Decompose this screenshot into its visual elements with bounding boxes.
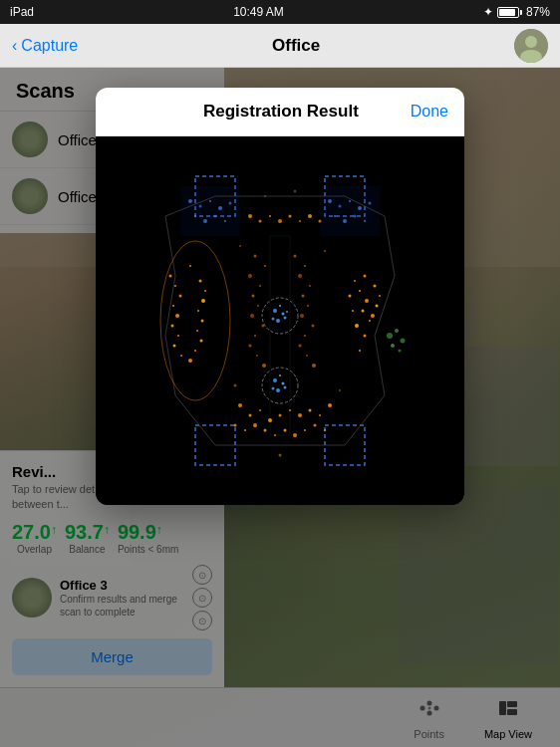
svg-point-107 [319, 414, 321, 416]
svg-point-28 [204, 290, 206, 292]
svg-point-21 [175, 314, 179, 318]
svg-point-61 [273, 309, 277, 313]
svg-point-136 [343, 219, 347, 223]
modal-title: Registration Result [151, 102, 411, 122]
svg-point-26 [189, 265, 191, 267]
nav-bar: ‹ Capture Office [0, 24, 560, 68]
svg-point-100 [249, 414, 252, 417]
svg-point-118 [324, 429, 326, 431]
device-label: iPad [10, 5, 34, 19]
svg-point-150 [294, 190, 297, 193]
svg-point-62 [282, 313, 285, 316]
svg-point-138 [364, 220, 366, 222]
svg-point-20 [172, 305, 174, 307]
svg-point-134 [369, 202, 372, 205]
svg-point-30 [197, 310, 199, 312]
svg-point-128 [224, 220, 226, 222]
svg-point-63 [276, 319, 280, 323]
svg-point-79 [252, 295, 255, 298]
svg-point-103 [279, 414, 282, 417]
svg-point-69 [282, 382, 285, 385]
svg-point-144 [239, 245, 241, 247]
svg-point-139 [387, 333, 393, 339]
svg-point-95 [304, 335, 306, 337]
svg-point-91 [302, 295, 305, 298]
svg-point-44 [371, 314, 375, 318]
battery-indicator [497, 7, 522, 18]
svg-point-53 [269, 215, 271, 217]
svg-point-66 [272, 318, 275, 321]
svg-point-131 [339, 205, 342, 208]
svg-point-102 [268, 418, 272, 422]
svg-point-46 [349, 295, 352, 298]
svg-point-97 [306, 355, 308, 357]
registration-result-modal: Registration Result Done [96, 88, 464, 505]
svg-point-80 [257, 305, 259, 307]
svg-point-52 [259, 220, 262, 223]
svg-point-133 [358, 206, 362, 210]
svg-point-142 [391, 344, 395, 348]
svg-point-115 [293, 433, 297, 437]
avatar[interactable] [514, 29, 548, 63]
back-button[interactable]: ‹ Capture [12, 37, 78, 55]
svg-point-57 [308, 214, 312, 218]
svg-point-124 [229, 202, 232, 205]
svg-point-35 [188, 359, 192, 363]
svg-point-81 [250, 314, 254, 318]
modal-header: Registration Result Done [96, 88, 464, 136]
svg-point-22 [171, 325, 174, 328]
svg-point-146 [234, 384, 237, 387]
svg-point-137 [354, 215, 357, 218]
svg-point-25 [180, 355, 182, 357]
svg-point-50 [359, 350, 361, 352]
svg-point-96 [299, 345, 302, 348]
svg-point-99 [238, 403, 242, 407]
svg-point-33 [200, 340, 203, 343]
svg-point-43 [376, 305, 379, 308]
svg-point-92 [307, 305, 309, 307]
svg-point-42 [379, 295, 381, 297]
svg-point-88 [304, 265, 306, 267]
modal-overlay: Registration Result Done [0, 68, 560, 747]
svg-point-32 [196, 330, 198, 332]
svg-point-125 [194, 215, 196, 217]
svg-point-17 [169, 275, 172, 278]
svg-point-132 [349, 200, 351, 202]
svg-point-90 [309, 285, 311, 287]
svg-rect-129 [320, 186, 380, 236]
svg-point-104 [289, 409, 291, 411]
status-bar: iPad 10:49 AM ✦ 87% [0, 0, 560, 24]
svg-point-72 [279, 374, 281, 376]
svg-point-41 [374, 285, 377, 288]
svg-point-121 [199, 205, 202, 208]
svg-point-51 [248, 214, 252, 218]
svg-point-84 [249, 345, 252, 348]
svg-point-105 [298, 413, 302, 417]
modal-done-button[interactable]: Done [411, 103, 448, 121]
svg-point-49 [364, 335, 367, 338]
svg-point-76 [264, 265, 266, 267]
svg-point-112 [264, 429, 267, 432]
svg-point-29 [201, 299, 205, 303]
svg-point-40 [369, 320, 371, 322]
svg-point-48 [355, 324, 359, 328]
svg-point-85 [256, 355, 258, 357]
nav-title: Office [272, 36, 320, 56]
svg-point-109 [234, 424, 237, 427]
svg-point-31 [201, 320, 204, 323]
back-label: Capture [21, 37, 78, 55]
svg-point-47 [352, 310, 354, 312]
point-cloud-svg [96, 136, 464, 505]
svg-point-39 [362, 310, 365, 313]
svg-point-83 [254, 335, 256, 337]
svg-point-19 [179, 295, 182, 298]
status-right: ✦ 87% [483, 5, 550, 19]
svg-point-140 [395, 329, 399, 333]
svg-point-73 [272, 387, 275, 390]
svg-point-98 [312, 364, 316, 368]
svg-point-148 [279, 454, 282, 457]
svg-point-147 [339, 389, 341, 391]
svg-point-68 [273, 378, 277, 382]
svg-point-37 [359, 290, 361, 292]
svg-point-27 [199, 280, 202, 283]
